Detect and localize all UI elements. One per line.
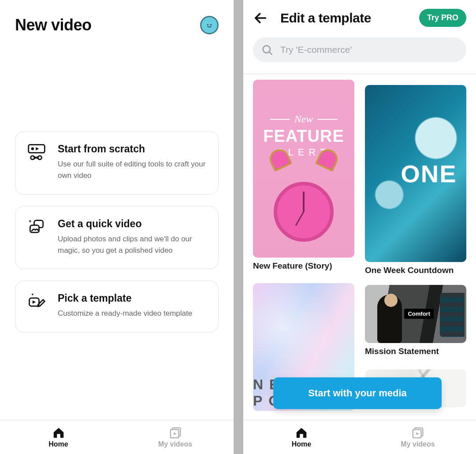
option-text: Pick a template Customize a ready-made v… bbox=[58, 292, 192, 319]
edit-template-pane: Edit a template Try PRO New FEATURE ALER… bbox=[243, 0, 476, 454]
template-new-feature[interactable]: New FEATURE ALERT New Feature (Story) bbox=[253, 80, 354, 275]
creation-options: Start from scratch Use our full suite of… bbox=[0, 131, 234, 332]
template-edit-icon bbox=[27, 292, 46, 310]
template-label: New Feature (Story) bbox=[253, 261, 354, 271]
page-title: Edit a template bbox=[280, 11, 407, 26]
thumb-overlay-top: New bbox=[270, 113, 338, 125]
svg-point-0 bbox=[207, 24, 208, 25]
option-title: Get a quick video bbox=[58, 218, 207, 230]
search-field[interactable] bbox=[253, 37, 466, 62]
thumb-overlay-mid: FEATURE bbox=[263, 127, 344, 146]
option-desc: Customize a ready-made video template bbox=[58, 308, 192, 319]
start-with-media-button[interactable]: Start with your media bbox=[273, 377, 442, 409]
avatar-face-icon bbox=[204, 20, 215, 30]
arrow-left-icon bbox=[253, 11, 268, 26]
nav-home-label: Home bbox=[48, 440, 68, 448]
search-container bbox=[243, 33, 476, 71]
new-video-pane: New video Start from sc bbox=[0, 0, 234, 454]
nav-my-videos-label: My videos bbox=[158, 440, 192, 448]
home-icon bbox=[295, 426, 308, 439]
back-button[interactable] bbox=[253, 11, 268, 26]
nav-home[interactable]: Home bbox=[0, 421, 117, 454]
option-quick-video[interactable]: Get a quick video Upload photos and clip… bbox=[15, 206, 219, 269]
svg-point-1 bbox=[210, 24, 212, 25]
search-input[interactable] bbox=[280, 44, 458, 55]
option-desc: Upload photos and clips and we'll do our… bbox=[58, 233, 207, 257]
try-pro-button[interactable]: Try PRO bbox=[419, 9, 466, 27]
page-title: New video bbox=[15, 16, 92, 34]
person-icon bbox=[377, 295, 402, 343]
nav-my-videos-label: My videos bbox=[401, 440, 435, 448]
pane-divider bbox=[234, 0, 243, 454]
template-thumb: ONE bbox=[365, 85, 466, 262]
scissors-video-icon bbox=[27, 143, 46, 161]
option-pick-template[interactable]: Pick a template Customize a ready-made v… bbox=[15, 281, 219, 332]
template-thumb: Comfort bbox=[365, 285, 466, 343]
nav-home[interactable]: Home bbox=[243, 421, 360, 454]
bottom-nav-left: Home My videos bbox=[0, 420, 234, 454]
thumb-overlay-big: ONE bbox=[401, 159, 457, 188]
nav-home-label: Home bbox=[292, 440, 311, 448]
template-label: Mission Statement bbox=[365, 347, 466, 356]
template-thumb: New FEATURE ALERT bbox=[253, 80, 354, 258]
my-videos-icon bbox=[169, 426, 182, 439]
option-start-from-scratch[interactable]: Start from scratch Use our full suite of… bbox=[15, 131, 219, 195]
template-countdown[interactable]: ONE One Week Countdown bbox=[365, 80, 466, 275]
search-icon bbox=[261, 44, 273, 56]
nav-my-videos[interactable]: My videos bbox=[360, 421, 476, 454]
template-label: One Week Countdown bbox=[365, 266, 466, 275]
left-header: New video bbox=[0, 0, 234, 39]
dashboard-icon bbox=[440, 293, 465, 337]
nav-my-videos[interactable]: My videos bbox=[117, 421, 234, 454]
option-title: Start from scratch bbox=[58, 143, 207, 155]
right-header: Edit a template Try PRO bbox=[243, 0, 476, 33]
option-text: Get a quick video Upload photos and clip… bbox=[58, 218, 207, 257]
home-icon bbox=[52, 426, 65, 439]
alarm-clock-icon bbox=[274, 182, 334, 242]
option-title: Pick a template bbox=[58, 292, 192, 304]
svg-point-3 bbox=[32, 148, 33, 150]
option-desc: Use our full suite of editing tools to c… bbox=[58, 159, 207, 182]
avatar[interactable] bbox=[200, 16, 219, 34]
sparkle-photos-icon bbox=[27, 218, 46, 236]
my-videos-icon bbox=[411, 426, 424, 439]
option-text: Start from scratch Use our full suite of… bbox=[58, 143, 207, 182]
thumb-overlay-badge: Comfort bbox=[404, 309, 434, 319]
bottom-nav-right: Home My videos bbox=[243, 420, 476, 454]
